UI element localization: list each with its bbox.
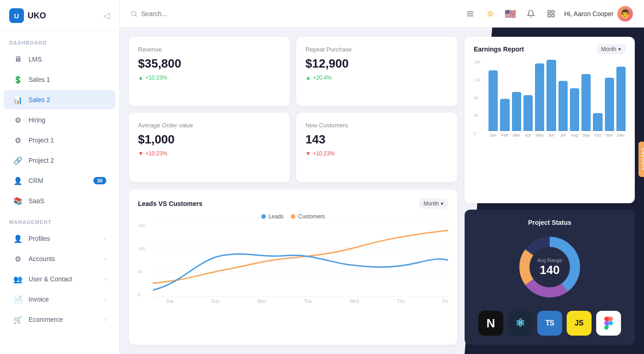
bar-month-label: Oct xyxy=(593,133,602,137)
main-area: 🇺🇸 Hi, Aaron Cooper 👨 Revenue $35,800 xyxy=(120,0,644,354)
sidebar-item-label: Project 2 xyxy=(29,157,106,164)
bar-month-label: May xyxy=(535,133,544,137)
sidebar-item-crm[interactable]: 👤 CRM 30 xyxy=(4,171,115,190)
leads-period-dropdown[interactable]: Month ▾ xyxy=(419,199,448,209)
earnings-header: Earnings Report Month ▾ xyxy=(474,44,626,54)
customers-change-value: +10.23% xyxy=(313,150,335,157)
sidebar-item-label: Sales 1 xyxy=(29,76,106,83)
chevron-down-icon: ▾ xyxy=(441,200,443,207)
sidebar-item-saas[interactable]: 📚 SaaS xyxy=(4,191,115,211)
project-status-title: Project Status xyxy=(528,219,571,226)
bar-month-label: Mar xyxy=(512,133,521,137)
logo-text: UKO xyxy=(28,11,46,21)
sidebar-item-label: Sales 2 xyxy=(29,96,106,103)
sidebar-item-invoice[interactable]: 📄 Invoice › xyxy=(4,290,115,309)
customers-change: ▼ +10.23% xyxy=(305,150,448,157)
revenue-label: Revenue xyxy=(138,46,281,53)
earnings-card: Earnings Report Month ▾ 0 4k 8k 11k xyxy=(465,37,635,203)
sidebar-item-label: Invoice xyxy=(29,296,104,303)
bar xyxy=(605,78,614,131)
sidebar-item-profiles[interactable]: 👤 Profiles › xyxy=(4,229,115,248)
layouts-tab[interactable]: Layouts xyxy=(638,142,644,177)
revenue-value: $35,800 xyxy=(138,57,281,71)
svg-line-1 xyxy=(135,15,137,16)
sidebar-item-project2[interactable]: 🔗 Project 2 xyxy=(4,151,115,170)
menu-icon[interactable] xyxy=(463,7,477,21)
bar-month-label: Apr xyxy=(523,133,533,137)
revenue-change-value: +10.23% xyxy=(145,74,167,81)
user-avatar-area[interactable]: Hi, Aaron Cooper 👨 xyxy=(564,6,633,22)
revenue-card: Revenue $35,800 ▲ +10.23% xyxy=(129,37,290,106)
management-section-title: MANAGEMENT xyxy=(0,211,119,228)
sidebar-item-hiring[interactable]: ⚙ Hiring xyxy=(4,110,115,130)
sidebar-item-user-contact[interactable]: 👥 User & Contact › xyxy=(4,269,115,289)
donut-avg-label: Avg Range xyxy=(537,257,562,263)
bar xyxy=(616,67,626,131)
sales1-icon: 💲 xyxy=(13,74,23,85)
content-area: Revenue $35,800 ▲ +10.23% Repeat Purchas… xyxy=(120,28,644,354)
ecommerce-chevron-icon: › xyxy=(104,316,106,323)
sidebar-item-label: Profiles xyxy=(29,235,104,242)
leads-line-svg xyxy=(153,223,448,297)
bar-wrap xyxy=(489,60,498,131)
sidebar-collapse-button[interactable]: ◁ xyxy=(104,11,110,21)
lms-icon: 🖥 xyxy=(13,54,23,64)
customers-label: New Customers xyxy=(305,122,448,129)
repeat-purchase-card: Repeat Purchase $12,900 ▲ +20.4% xyxy=(296,37,457,106)
earnings-period-dropdown[interactable]: Month ▾ xyxy=(597,44,626,54)
bar xyxy=(593,113,602,131)
bar xyxy=(512,92,521,131)
sidebar-item-sales1[interactable]: 💲 Sales 1 xyxy=(4,70,115,89)
header: 🇺🇸 Hi, Aaron Cooper 👨 xyxy=(120,0,644,28)
bars-container xyxy=(489,60,626,131)
content-inner: Revenue $35,800 ▲ +10.23% Repeat Purchas… xyxy=(120,28,644,354)
leads-header: Leads VS Customers Month ▾ xyxy=(138,199,448,209)
flag-icon[interactable]: 🇺🇸 xyxy=(504,7,518,21)
bar-wrap xyxy=(535,60,544,131)
logo-icon: U xyxy=(9,8,24,23)
avg-change: ▼ +10.23% xyxy=(138,150,281,157)
search-bar[interactable] xyxy=(131,10,269,17)
accounts-chevron-icon: › xyxy=(104,256,106,262)
right-column: Earnings Report Month ▾ 0 4k 8k 11k xyxy=(465,37,635,345)
bar-wrap xyxy=(581,60,591,131)
new-customers-card: New Customers 143 ▼ +10.23% xyxy=(296,113,457,182)
sidebar-item-accounts[interactable]: ⚙ Accounts › xyxy=(4,249,115,268)
chevron-down-icon: ▾ xyxy=(618,46,621,52)
bell-icon[interactable] xyxy=(524,7,538,21)
user-greeting: Hi, Aaron Cooper xyxy=(564,10,614,17)
sidebar-item-lms[interactable]: 🖥 LMS xyxy=(4,50,115,69)
up-arrow-icon: ▲ xyxy=(138,74,144,81)
bar-wrap xyxy=(605,60,614,131)
sidebar-item-label: Project 1 xyxy=(29,137,106,144)
svg-line-12 xyxy=(488,16,488,16)
search-input[interactable] xyxy=(141,10,269,17)
svg-line-8 xyxy=(488,11,488,11)
project-status-card: Project Status Avg Range 140 xyxy=(465,210,635,345)
bar-wrap xyxy=(558,60,568,131)
bar-wrap xyxy=(546,60,556,131)
svg-rect-15 xyxy=(552,11,554,13)
sidebar-item-sales2[interactable]: 📊 Sales 2 xyxy=(4,90,115,109)
react-icon: ⚛ xyxy=(508,311,533,336)
sidebar-item-ecommerce[interactable]: 🛒 Ecommerce › xyxy=(4,310,115,329)
donut-chart: Avg Range 140 xyxy=(515,233,584,302)
bar xyxy=(523,95,533,131)
sidebar-item-project1[interactable]: ⚙ Project 1 xyxy=(4,131,115,150)
leads-x-labels: Sat Sun Mon Tue Wed Thu Fri xyxy=(153,297,448,304)
sidebar-item-label: Accounts xyxy=(29,255,104,263)
ecommerce-icon: 🛒 xyxy=(13,314,23,325)
sun-icon[interactable] xyxy=(483,7,497,21)
svg-point-0 xyxy=(132,11,136,16)
bar-month-label: Nov xyxy=(605,133,614,137)
bar-month-label: Jan xyxy=(489,133,498,137)
dashboard-section-title: DASHBOARD xyxy=(0,32,119,49)
down-arrow-icon: ▼ xyxy=(305,150,311,157)
bar-wrap xyxy=(523,60,533,131)
bar-wrap xyxy=(512,60,521,131)
leads-dot xyxy=(261,214,266,219)
repeat-change-value: +20.4% xyxy=(313,74,332,81)
leads-title: Leads VS Customers xyxy=(138,200,202,207)
grid-icon[interactable] xyxy=(544,7,558,21)
leads-period-label: Month xyxy=(424,200,439,207)
